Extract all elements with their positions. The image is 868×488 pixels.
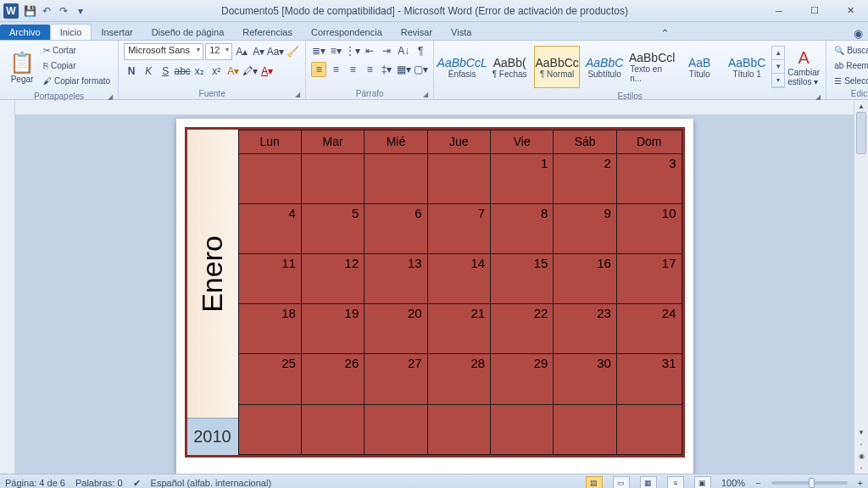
style-t-tulo[interactable]: AaBTítulo <box>676 46 722 88</box>
tab-referencias[interactable]: Referencias <box>233 25 302 40</box>
shading-icon[interactable]: ▦▾ <box>396 62 411 77</box>
tab-correspondencia[interactable]: Correspondencia <box>302 25 392 40</box>
help-icon[interactable]: ◉ <box>854 27 863 40</box>
style-subt-tulo[interactable]: AaBbCSubtítulo <box>581 46 627 88</box>
multilevel-icon[interactable]: ⋮▾ <box>345 43 360 58</box>
close-button[interactable]: ✕ <box>832 2 868 20</box>
change-styles-button[interactable]: ACambiarestilos ▾ <box>787 43 821 91</box>
style--normal[interactable]: AaBbCc¶ Normal <box>534 46 580 88</box>
show-marks-icon[interactable]: ¶ <box>413 43 428 58</box>
numbering-icon[interactable]: ≡▾ <box>328 43 343 58</box>
calendar-cell: 8 <box>491 203 554 253</box>
browse-object-icon[interactable]: ◉ <box>854 450 868 462</box>
qat-save-icon[interactable]: 💾 <box>22 3 37 19</box>
prev-page-icon[interactable]: ◦ <box>854 438 868 450</box>
calendar-table: LunMarMiéJueVieSábDom1234567891011121314… <box>238 130 682 455</box>
format-painter-button[interactable]: 🖌Copiar formato <box>41 74 113 88</box>
borders-icon[interactable]: ▢▾ <box>413 62 428 77</box>
select-button[interactable]: ☰Seleccionar ▾ <box>832 74 868 88</box>
change-case-icon[interactable]: Aa▾ <box>268 44 283 59</box>
vertical-scrollbar[interactable]: ▲ ▼ ◦ ◉ ◦ <box>854 100 868 474</box>
italic-icon[interactable]: K <box>141 64 156 79</box>
superscript-icon[interactable]: x² <box>209 64 224 79</box>
status-words[interactable]: Palabras: 0 <box>75 478 123 488</box>
sort-icon[interactable]: A↓ <box>396 43 411 58</box>
replace-button[interactable]: abReemplazar <box>832 58 868 73</box>
increase-indent-icon[interactable]: ⇥ <box>379 43 394 58</box>
style--nfasis[interactable]: AaBbCcLÉnfasis <box>439 46 485 88</box>
tab-file[interactable]: Archivo <box>0 25 50 40</box>
tab-insertar[interactable]: Insertar <box>92 25 142 40</box>
calendar-cell: 27 <box>364 354 427 404</box>
zoom-in-icon[interactable]: + <box>858 478 863 488</box>
scroll-up-icon[interactable]: ▲ <box>854 100 868 112</box>
para-launcher[interactable]: ◢ <box>423 91 428 98</box>
calendar-cell: 21 <box>427 304 490 354</box>
maximize-button[interactable]: ☐ <box>797 2 832 20</box>
calendar-cell: 13 <box>364 253 427 303</box>
clear-format-icon[interactable]: 🧹 <box>285 44 300 59</box>
view-web-icon[interactable]: ▦ <box>640 476 657 488</box>
calendar-cell: 28 <box>427 354 490 404</box>
text-effects-icon[interactable]: A▾ <box>225 64 241 79</box>
tab-inicio[interactable]: Inicio <box>50 24 92 40</box>
ribbon-minimize-icon[interactable]: ⌃ <box>660 27 670 40</box>
view-outline-icon[interactable]: ≡ <box>667 476 684 488</box>
highlight-icon[interactable]: 🖍▾ <box>242 64 258 79</box>
qat-customize-icon[interactable]: ▾ <box>73 3 88 19</box>
copy-button[interactable]: ⎘Copiar <box>41 58 113 73</box>
align-center-icon[interactable]: ≡ <box>328 62 343 77</box>
bullets-icon[interactable]: ≣▾ <box>311 43 326 58</box>
zoom-out-icon[interactable]: − <box>755 478 760 488</box>
style-t-tulo-1[interactable]: AaBbCTítulo 1 <box>724 46 770 88</box>
scroll-down-icon[interactable]: ▼ <box>854 426 868 438</box>
clipboard-launcher[interactable]: ◢ <box>108 93 113 101</box>
scroll-thumb[interactable] <box>856 112 866 154</box>
justify-icon[interactable]: ≡ <box>362 62 377 77</box>
view-draft-icon[interactable]: ▣ <box>694 476 711 488</box>
grow-font-icon[interactable]: A▴ <box>234 44 249 59</box>
qat-redo-icon[interactable]: ↷ <box>56 3 71 19</box>
tab-vista[interactable]: Vista <box>442 25 481 40</box>
font-name-combo[interactable]: Microsoft Sans <box>124 43 203 60</box>
cut-button[interactable]: ✂Cortar <box>41 43 113 58</box>
decrease-indent-icon[interactable]: ⇤ <box>362 43 377 58</box>
next-page-icon[interactable]: ◦ <box>854 462 868 474</box>
paste-button[interactable]: 📋 Pegar <box>5 43 39 91</box>
calendar-cell: 30 <box>554 354 616 404</box>
calendar-cell: 1 <box>491 153 554 203</box>
font-color-icon[interactable]: A▾ <box>259 64 275 79</box>
align-right-icon[interactable]: ≡ <box>345 62 360 77</box>
zoom-slider[interactable] <box>771 481 848 485</box>
strike-icon[interactable]: abc <box>175 64 190 79</box>
styles-scroll[interactable]: ▲▼▾ <box>771 46 785 88</box>
style-texto-en-n-[interactable]: AaBbCclTexto en n... <box>629 46 675 88</box>
font-launcher[interactable]: ◢ <box>295 91 300 98</box>
minimize-button[interactable]: ─ <box>761 2 797 20</box>
status-page[interactable]: Página: 4 de 6 <box>5 478 65 488</box>
styles-down-icon[interactable]: ▼ <box>772 60 784 74</box>
tab-revisar[interactable]: Revisar <box>392 25 442 40</box>
styles-up-icon[interactable]: ▲ <box>772 47 784 60</box>
status-zoom[interactable]: 100% <box>721 478 745 488</box>
view-print-layout-icon[interactable]: ▤ <box>586 476 603 488</box>
style--fechas[interactable]: AaBb(¶ Fechas <box>487 46 532 88</box>
shrink-font-icon[interactable]: A▾ <box>251 44 266 59</box>
find-button[interactable]: 🔍Buscar ▾ <box>832 43 868 58</box>
status-language[interactable]: Español (alfab. internacional) <box>151 478 271 488</box>
document-area[interactable]: Enero 2010 LunMarMiéJueVieSábDom12345678… <box>15 115 854 474</box>
font-size-combo[interactable]: 12 <box>205 43 232 60</box>
qat-undo-icon[interactable]: ↶ <box>39 3 54 19</box>
align-left-icon[interactable]: ≡ <box>311 62 326 77</box>
underline-icon[interactable]: S <box>158 64 173 79</box>
horizontal-ruler[interactable] <box>15 100 854 115</box>
styles-more-icon[interactable]: ▾ <box>772 74 784 87</box>
bold-icon[interactable]: N <box>124 64 139 79</box>
vertical-ruler[interactable] <box>0 100 15 474</box>
styles-launcher[interactable]: ◢ <box>815 93 821 101</box>
view-fullscreen-icon[interactable]: ▭ <box>613 476 630 488</box>
proofing-icon[interactable]: ✔ <box>133 478 141 489</box>
tab-diseno[interactable]: Diseño de página <box>142 25 234 40</box>
line-spacing-icon[interactable]: ‡▾ <box>379 62 394 77</box>
subscript-icon[interactable]: x₂ <box>192 64 207 79</box>
